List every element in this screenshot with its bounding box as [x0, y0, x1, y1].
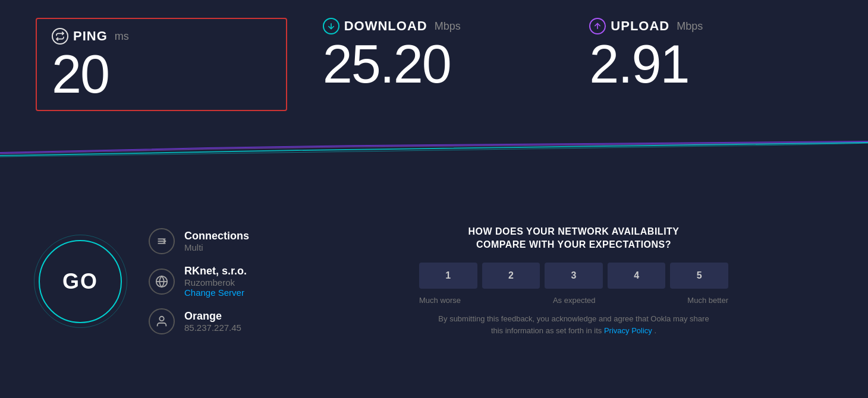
upload-unit: Mbps — [677, 20, 703, 33]
feedback-link[interactable]: Privacy Policy — [604, 326, 652, 335]
download-label-row: DOWNLOAD Mbps — [323, 18, 461, 34]
go-label: GO — [62, 269, 98, 294]
isp-title: Orange — [184, 310, 241, 323]
upload-value: 2.91 — [589, 37, 688, 91]
server-content: RKnet, s.r.o. Ruzomberok Change Server — [184, 265, 247, 298]
ping-label-row: PING ms — [52, 28, 129, 45]
app-container: PING ms 20 DOWNLOAD Mbps 25.20 — [0, 0, 868, 398]
svg-point-7 — [159, 317, 163, 321]
download-metric: DOWNLOAD Mbps 25.20 — [299, 18, 566, 91]
rating-btn-3[interactable]: 3 — [545, 263, 603, 289]
rating-btn-2[interactable]: 2 — [482, 263, 540, 289]
feedback-note: By submitting this feedback, you acknowl… — [437, 313, 710, 338]
connections-content: Connections Multi — [184, 230, 249, 252]
feedback-section: HOW DOES YOUR NETWORK AVAILABILITYCOMPAR… — [315, 219, 832, 343]
server-location: Ruzomberok — [184, 277, 247, 288]
info-blocks: Connections Multi RKnet, s.r.o. Ruzomber… — [149, 228, 291, 334]
connections-title: Connections — [184, 230, 249, 242]
rating-btn-4[interactable]: 4 — [608, 263, 666, 289]
server-icon — [149, 269, 175, 295]
ping-label: PING — [73, 29, 108, 44]
isp-row: Orange 85.237.227.45 — [149, 308, 291, 334]
connections-value: Multi — [184, 242, 249, 252]
rating-labels: Much worse As expected Much better — [419, 296, 728, 305]
metrics-section: PING ms 20 DOWNLOAD Mbps 25.20 — [0, 0, 868, 123]
ping-unit: ms — [115, 30, 129, 43]
upload-label-row: UPLOAD Mbps — [589, 18, 703, 34]
feedback-note-text: By submitting this feedback, you acknowl… — [438, 314, 709, 336]
server-title: RKnet, s.r.o. — [184, 265, 247, 277]
upload-label: UPLOAD — [611, 18, 669, 34]
ping-icon — [52, 28, 68, 45]
server-row: RKnet, s.r.o. Ruzomberok Change Server — [149, 265, 291, 298]
bottom-section: GO Connections Multi — [0, 165, 868, 398]
download-unit: Mbps — [435, 20, 461, 33]
rating-label-high: Much better — [687, 296, 728, 305]
ping-metric: PING ms 20 — [36, 18, 287, 111]
rating-row: 1 2 3 4 5 — [419, 263, 728, 289]
rating-btn-1[interactable]: 1 — [419, 263, 477, 289]
isp-content: Orange 85.237.227.45 — [184, 310, 241, 333]
connections-icon — [149, 228, 175, 254]
connections-row: Connections Multi — [149, 228, 291, 254]
go-button[interactable]: GO — [39, 240, 122, 323]
download-icon — [323, 18, 339, 34]
feedback-note-end: . — [654, 326, 656, 335]
ping-value: 20 — [52, 48, 109, 101]
rating-label-low: Much worse — [419, 296, 461, 305]
change-server-link[interactable]: Change Server — [184, 288, 247, 298]
download-value: 25.20 — [323, 37, 451, 91]
isp-icon — [149, 308, 175, 334]
isp-ip: 85.237.227.45 — [184, 323, 241, 333]
rating-label-mid: As expected — [553, 296, 596, 305]
feedback-question: HOW DOES YOUR NETWORK AVAILABILITYCOMPAR… — [468, 225, 679, 252]
rating-btn-5[interactable]: 5 — [670, 263, 728, 289]
upload-metric: UPLOAD Mbps 2.91 — [565, 18, 832, 91]
upload-icon — [589, 18, 606, 34]
download-label: DOWNLOAD — [344, 18, 427, 34]
speed-graph — [0, 117, 868, 165]
go-button-container: GO — [36, 237, 125, 326]
